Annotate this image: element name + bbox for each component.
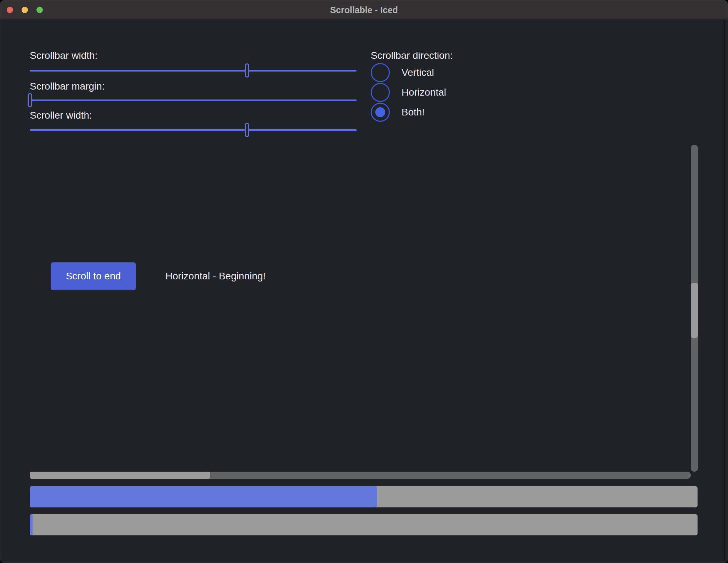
app-window: Scrollable - Iced Scrollbar width: Scrol… [0, 0, 728, 563]
horizontal-progress-bar [30, 486, 698, 507]
scrollbar-width-slider[interactable] [30, 63, 357, 78]
scrollbar-direction-label: Scrollbar direction: [371, 49, 453, 62]
slider-track[interactable] [30, 99, 357, 101]
vertical-scroller[interactable] [691, 283, 698, 338]
slider-handle[interactable] [245, 63, 249, 78]
vertical-progress-bar [30, 514, 698, 535]
screen: Scrollable - Iced Scrollbar width: Scrol… [0, 0, 728, 563]
slider-handle[interactable] [28, 93, 32, 107]
radio-circle-icon[interactable] [371, 63, 390, 82]
slider-handle[interactable] [245, 123, 249, 137]
scrollbar-width-label: Scrollbar width: [30, 49, 97, 62]
scroller-width-slider[interactable] [30, 123, 357, 137]
title-bar: Scrollable - Iced [0, 0, 728, 20]
progress-fill [30, 486, 377, 507]
radio-horizontal-label: Horizontal [402, 83, 446, 102]
radio-dot-icon [375, 107, 385, 117]
radio-vertical-label: Vertical [402, 63, 434, 82]
radio-both-label: Both! [402, 103, 425, 122]
radio-circle-icon[interactable] [371, 103, 390, 122]
scroll-status-text: Horizontal - Beginning! [165, 270, 266, 283]
scrollbar-margin-label: Scrollbar margin: [30, 80, 105, 93]
horizontal-scrollbar[interactable] [30, 472, 691, 479]
horizontal-scroller[interactable] [30, 472, 210, 479]
slider-track[interactable] [30, 129, 357, 131]
window-title: Scrollable - Iced [0, 0, 728, 19]
scroller-width-label: Scroller width: [30, 109, 92, 122]
scroll-to-end-button[interactable]: Scroll to end [51, 262, 136, 290]
window-edge-divider [724, 20, 725, 561]
progress-fill [30, 514, 33, 535]
vertical-scrollbar[interactable] [691, 145, 698, 472]
radio-circle-icon[interactable] [371, 83, 390, 102]
slider-track[interactable] [30, 70, 357, 72]
scrollbar-margin-slider[interactable] [30, 93, 357, 107]
